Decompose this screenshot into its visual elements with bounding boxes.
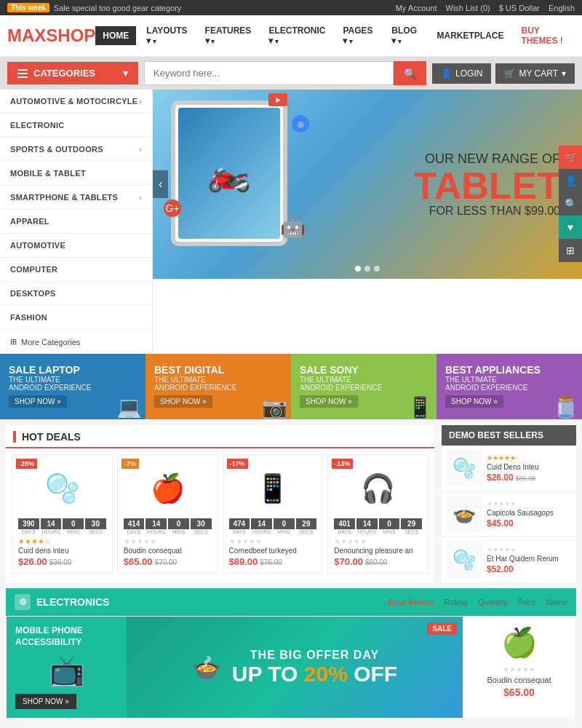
this-week-badge: This week <box>7 3 49 12</box>
search-bar: 🔍 <box>144 61 426 85</box>
sidebar-item-sports[interactable]: SPORTS & OUTDOORS › <box>0 138 152 162</box>
nav-features[interactable]: FEATURES ▾ <box>198 21 259 50</box>
hero-prev-button[interactable]: ‹ <box>153 170 168 198</box>
appliance-icon: 🫙 <box>553 395 578 419</box>
sidebar-item-electronic[interactable]: ELECTRONIC <box>0 114 152 138</box>
cart-arrow: ▾ <box>562 68 566 79</box>
filter-name[interactable]: Name <box>546 598 567 606</box>
hot-deals-title: HOT DEALS <box>13 431 81 443</box>
elec-shop-now[interactable]: SHOP NOW » <box>15 694 76 709</box>
sidebar-item-smartphone[interactable]: SMARTPHONE & TABLETS › <box>0 186 152 210</box>
promo-banner-sony: SALE SONY THE ULTIMATEANDROID EXPERIENCE… <box>291 354 436 419</box>
deal-card-3: -17% 📱 474DAYS 14HOURS 0MINS 29SECS ★★★★… <box>223 454 324 574</box>
youtube-badge: ▶ <box>268 93 287 106</box>
timer-4: 401DAYS 14HOURS 0MINS 29SECS <box>334 518 422 534</box>
banner-title-digital: BEST DIGITAL <box>154 364 282 376</box>
sidebar-item-automotiveB[interactable]: AUTOMOTIVE <box>0 234 152 258</box>
promo-banner-digital: BEST DIGITAL THE ULTIMATEANDROID EXPERIE… <box>146 354 291 419</box>
hero-content: OUR NEW RANGE OF TABLET FOR LESS THAN $9… <box>414 151 560 218</box>
deal-price-3: $89.00$76.00 <box>229 556 317 567</box>
banner-title-laptop: SALE LAPTOP <box>9 364 137 376</box>
filter-quantity[interactable]: Quantity <box>478 598 508 606</box>
hot-deals-header: HOT DEALS <box>6 425 434 448</box>
side-actions: 🛒 👤 🔍 ♥ ⊞ <box>559 146 582 262</box>
banner-title-appliances: BEST APPLIANCES <box>445 364 573 376</box>
search-button[interactable]: 🔍 <box>394 61 426 85</box>
hero-dot-3[interactable] <box>374 266 380 272</box>
deal-name-3: Cornedbeef turkeyed <box>229 547 317 555</box>
cart-side-btn[interactable]: 🛒 <box>559 146 582 169</box>
nav-buy-themes[interactable]: BUY THEMES ! <box>514 21 575 50</box>
offer-main: UP TO 20% OFF <box>232 662 397 687</box>
sidebar-item-computer[interactable]: COMPUTER <box>0 258 152 282</box>
nav-layouts[interactable]: LAYOUTS ▾ <box>139 21 194 50</box>
user-side-btn[interactable]: 👤 <box>559 169 582 192</box>
logo-red: SHOP <box>46 25 95 45</box>
sidebar-item-apparel[interactable]: APPAREL <box>0 210 152 234</box>
categories-button[interactable]: CATEGORIES ▾ <box>7 62 138 84</box>
electronics-section: ⚙ ELECTRONICS Best Sellers Rating Quanti… <box>0 588 582 726</box>
search-side-btn[interactable]: 🔍 <box>559 192 582 215</box>
my-account-link[interactable]: My Account <box>396 4 437 12</box>
bs-name-3: Et Har Quidem Rerum <box>487 555 559 563</box>
sidebar-item-fashion[interactable]: FASHION <box>0 306 152 330</box>
badge-3: -17% <box>227 459 248 469</box>
hero-dot-2[interactable] <box>364 266 370 272</box>
nav-electronic[interactable]: ELECTRONIC ▾ <box>261 21 332 50</box>
sidebar-item-mobile[interactable]: MOBILE & TABLET <box>0 162 152 186</box>
sidebar-label-apparel: APPAREL <box>10 217 49 226</box>
tablet-illustration: 🏍️ ▶ ◎ G+ 🤖 <box>171 100 302 261</box>
gplus-badge: G+ <box>164 199 181 217</box>
nav-home[interactable]: HOME <box>95 26 136 45</box>
best-sellers-sidebar: DEMO BEST SELLERS 🫧 ★★★★★ Cuid Dens Inte… <box>442 425 576 582</box>
deal-price-1: $26.00$36.00 <box>18 556 106 567</box>
header-actions: 👤 LOGIN 🛒 MY CART ▾ <box>432 63 575 84</box>
filter-rating[interactable]: Rating <box>445 598 468 606</box>
mobile-phone-icon: 📺 <box>15 654 118 688</box>
hero-title: TABLET <box>414 167 560 205</box>
deal-img-1: 🫧 <box>18 461 106 515</box>
logo: MAXSHOP <box>7 25 95 46</box>
search-input[interactable] <box>144 61 394 85</box>
hero-dot-1[interactable] <box>355 266 361 272</box>
shop-now-digital[interactable]: SHOP NOW » <box>154 395 212 408</box>
cart-button[interactable]: 🛒 MY CART ▾ <box>495 63 575 84</box>
bs-img-1: 🫧 <box>446 450 482 486</box>
sidebar-arrow-2: › <box>139 146 142 154</box>
sidebar-label-sports: SPORTS & OUTDOORS <box>10 145 103 154</box>
promo-banners: SALE LAPTOP THE ULTIMATEANDROID EXPERIEN… <box>0 354 582 419</box>
more-categories[interactable]: ⊞ More Categories <box>0 330 152 354</box>
shop-now-laptop[interactable]: SHOP NOW » <box>9 395 67 408</box>
bs-name-1: Cuid Dens Inteu <box>487 463 539 471</box>
filter-price[interactable]: Price <box>518 598 536 606</box>
expand-side-btn[interactable]: ⊞ <box>559 239 582 262</box>
shop-now-sony[interactable]: SHOP NOW » <box>300 395 358 408</box>
user-icon: 👤 <box>441 68 452 79</box>
nav-pages[interactable]: PAGES ▾ <box>335 21 381 50</box>
nav-marketplace[interactable]: MARKETPLACE <box>429 26 511 45</box>
nav-blog[interactable]: BLOG ▾ <box>384 21 426 50</box>
heart-side-btn[interactable]: ♥ <box>559 215 582 239</box>
timer-3: 474DAYS 14HOURS 0MINS 29SECS <box>229 518 317 534</box>
sidebar-label-electronic: ELECTRONIC <box>10 121 65 130</box>
bs-stars-2: ★★★★★ <box>487 500 554 507</box>
bs-stars-3: ★★★★★ <box>487 546 559 553</box>
deal-img-2: 🍎 <box>124 461 212 515</box>
language-selector[interactable]: English <box>549 4 575 12</box>
elec-product-card: 🍏 ★★★★★ Boudin consequat $65.00 <box>463 617 575 718</box>
electronics-bottom: MOBILE PHONEACCESSIBILITY 📺 SHOP NOW » 🍲… <box>6 616 576 719</box>
filter-best-sellers[interactable]: Best Sellers <box>388 598 434 606</box>
sidebar-item-desktops[interactable]: DESKTOPS <box>0 282 152 306</box>
badge-2: -7% <box>121 459 139 469</box>
bs-stars-1: ★★★★★ <box>487 454 539 462</box>
bestseller-item-1: 🫧 ★★★★★ Cuid Dens Inteu $26.00$36.00 <box>442 446 576 491</box>
shop-now-appliances[interactable]: SHOP NOW » <box>445 395 503 408</box>
currency-selector[interactable]: $ US Dollar <box>499 4 540 12</box>
login-button[interactable]: 👤 LOGIN <box>432 63 491 84</box>
sidebar-item-automotive[interactable]: AUTOMOTIVE & MOTOCIRCYLE › <box>0 90 152 114</box>
cart-label: MY CART <box>519 68 558 79</box>
login-label: LOGIN <box>455 68 482 79</box>
wishlist-link[interactable]: Wish List (0) <box>446 4 490 12</box>
elec-icon: ⚙ <box>15 594 31 610</box>
promo-banner-laptop: SALE LAPTOP THE ULTIMATEANDROID EXPERIEN… <box>0 354 146 419</box>
